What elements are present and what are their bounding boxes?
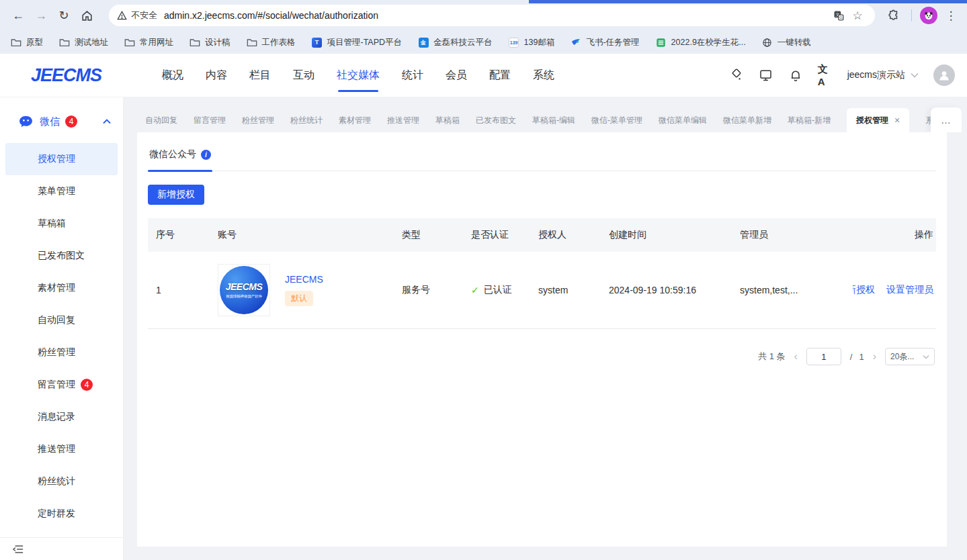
sidebar-item-published-articles[interactable]: 已发布图文 xyxy=(5,240,118,272)
cell-created: 2024-09-19 10:59:16 xyxy=(601,285,732,295)
more-tabs-button[interactable]: … xyxy=(931,107,962,132)
message-badge: 4 xyxy=(81,379,93,391)
cell-verified: ✓ 已认证 xyxy=(463,284,530,296)
close-icon[interactable]: × xyxy=(894,115,900,126)
bookmark-folder[interactable]: 常用网址 xyxy=(124,37,173,48)
sidebar-item-menu-management[interactable]: 菜单管理 xyxy=(5,175,118,207)
bookmark-link[interactable]: 飞书-任务管理 xyxy=(571,37,639,48)
bookmark-label: 测试地址 xyxy=(75,37,108,48)
notification-bell-icon[interactable] xyxy=(788,68,803,83)
nav-channel[interactable]: 栏目 xyxy=(249,64,271,87)
sidebar-item-scheduled-broadcast[interactable]: 定时群发 xyxy=(5,498,118,530)
tab-item[interactable]: 微信-菜单管理 xyxy=(591,108,642,132)
bookmark-link[interactable]: 139 139邮箱 xyxy=(509,37,555,48)
language-switch-icon[interactable]: 文A xyxy=(818,68,833,83)
reload-button[interactable]: ↻ xyxy=(52,4,75,27)
sidebar-item-message-records[interactable]: 消息记录 xyxy=(5,401,118,433)
jeecms-logo[interactable]: JEECMS xyxy=(31,65,101,86)
sidebar-item-fans-statistics[interactable]: 粉丝统计 xyxy=(5,465,118,498)
account-logo-image: JEECMS 用国球精神做国产软件 xyxy=(218,264,270,316)
extensions-puzzle-icon[interactable] xyxy=(884,6,903,25)
user-avatar[interactable] xyxy=(933,64,955,86)
bookmark-folder[interactable]: 测试地址 xyxy=(59,37,108,48)
translate-page-icon[interactable]: 文G xyxy=(829,6,848,25)
bookmark-link[interactable]: 2022.9在校学生花... xyxy=(656,37,746,48)
forward-button[interactable]: → xyxy=(30,4,52,27)
check-icon: ✓ xyxy=(471,285,479,295)
clean-cache-icon[interactable] xyxy=(729,68,744,83)
tab-item[interactable]: 自动回复 xyxy=(145,108,177,132)
page-input[interactable] xyxy=(806,348,841,365)
site-security-chip[interactable]: 不安全 xyxy=(117,9,164,21)
bookmark-folder[interactable]: 工作表格 xyxy=(247,37,296,48)
section-tab-label: 微信公众号 xyxy=(149,148,196,160)
bookmark-star-icon[interactable]: ☆ xyxy=(848,6,867,25)
home-button[interactable] xyxy=(75,4,98,27)
browser-toolbar: ← → ↻ 不安全 admin.x2.jeecms.com/#/social/w… xyxy=(0,0,967,31)
folder-icon xyxy=(247,37,257,48)
prev-page-icon[interactable]: ‹ xyxy=(794,351,797,362)
sidebar-item-message-management[interactable]: 留言管理 4 xyxy=(5,369,118,401)
nav-members[interactable]: 会员 xyxy=(446,64,467,87)
url-text[interactable]: admin.x2.jeecms.com/#/social/wechat/auth… xyxy=(164,10,829,21)
next-page-icon[interactable]: › xyxy=(873,351,876,362)
site-switcher[interactable]: jeecms演示站 xyxy=(847,69,919,81)
wechat-icon xyxy=(19,115,33,128)
tab-item[interactable]: 素材管理 xyxy=(339,108,371,132)
tab-item[interactable]: 粉丝统计 xyxy=(290,108,323,132)
tab-item[interactable]: 草稿箱-新增 xyxy=(788,108,831,132)
monitor-icon[interactable] xyxy=(759,68,773,83)
tab-item[interactable]: 草稿箱-编辑 xyxy=(532,108,575,132)
account-name-link[interactable]: JEECMS xyxy=(285,274,323,285)
nav-overview[interactable]: 概况 xyxy=(162,64,183,87)
sidebar-group-wechat[interactable]: 微信 4 xyxy=(0,103,123,140)
sidebar-item-drafts[interactable]: 草稿箱 xyxy=(5,207,118,240)
tab-item[interactable]: 微信菜单新增 xyxy=(723,108,771,132)
chevron-down-icon xyxy=(911,73,919,78)
nav-settings[interactable]: 配置 xyxy=(489,64,511,87)
sidebar-item-auto-reply[interactable]: 自动回复 xyxy=(5,304,118,336)
sidebar-item-authorization[interactable]: 授权管理 xyxy=(5,143,118,175)
browser-profile-avatar[interactable] xyxy=(920,7,937,24)
tab-item[interactable]: 留言管理 xyxy=(194,108,226,132)
tab-item[interactable]: 微信菜单编辑 xyxy=(659,108,707,132)
total-pages: 1 xyxy=(859,352,864,362)
cell-admins: system,test,... xyxy=(732,285,853,295)
nav-system[interactable]: 系统 xyxy=(533,64,554,87)
tab-item[interactable]: 推送管理 xyxy=(387,108,419,132)
back-button[interactable]: ← xyxy=(7,4,30,27)
table-header-row: 序号 账号 类型 是否认证 授权人 创建时间 管理员 操作 xyxy=(148,218,936,252)
nav-interaction[interactable]: 互动 xyxy=(293,64,314,87)
app-header: JEECMS 概况 内容 栏目 互动 社交媒体 统计 会员 配置 系统 文A j… xyxy=(0,54,967,97)
bookmark-link[interactable]: 一键转载 xyxy=(762,37,811,48)
sidebar-item-material-management[interactable]: 素材管理 xyxy=(5,272,118,304)
set-admin-link[interactable]: 设置管理员 xyxy=(886,284,933,296)
tab-item[interactable]: 草稿箱 xyxy=(435,108,460,132)
nav-social-media[interactable]: 社交媒体 xyxy=(337,64,380,87)
nav-statistics[interactable]: 统计 xyxy=(402,64,423,87)
tapd-icon: T xyxy=(312,37,323,48)
browser-menu-kebab[interactable]: ⋮ xyxy=(943,9,959,23)
nav-content[interactable]: 内容 xyxy=(206,64,227,87)
bookmark-folder[interactable]: 设计稿 xyxy=(190,37,230,48)
sidebar-item-fans-management[interactable]: 粉丝管理 xyxy=(5,336,118,369)
collapse-sidebar-icon[interactable] xyxy=(12,544,24,555)
tab-item[interactable]: 已发布图文 xyxy=(476,108,516,132)
url-bar[interactable]: 不安全 admin.x2.jeecms.com/#/social/wechat/… xyxy=(109,5,875,26)
bookmark-link[interactable]: T 项目管理-TAPD平台 xyxy=(312,37,403,48)
sidebar-items: 授权管理 菜单管理 草稿箱 已发布图文 素材管理 自动回复 粉丝管理 留言管理 … xyxy=(0,140,123,537)
tab-wechat-official-account[interactable]: 微信公众号 i xyxy=(148,132,212,171)
content-area: 自动回复 留言管理 粉丝管理 粉丝统计 素材管理 推送管理 草稿箱 已发布图文 … xyxy=(124,97,967,560)
info-icon[interactable]: i xyxy=(201,150,211,160)
reauthorize-link[interactable]: 重新授权 xyxy=(853,284,875,296)
bookmark-label: 常用网址 xyxy=(140,37,173,48)
tab-item[interactable]: 粉丝管理 xyxy=(242,108,274,132)
page-size-select[interactable]: 20条... xyxy=(885,348,935,365)
add-authorization-button[interactable]: 新增授权 xyxy=(148,185,204,205)
bookmark-link[interactable]: 金 金磊科技云平台 xyxy=(418,37,493,48)
folder-icon xyxy=(190,37,200,48)
bookmark-folder[interactable]: 原型 xyxy=(11,37,43,48)
tab-authorization-active[interactable]: 授权管理 × xyxy=(847,108,909,132)
sidebar-item-push-management[interactable]: 推送管理 xyxy=(5,433,118,465)
cell-account: JEECMS 用国球精神做国产软件 JEECMS 默认 xyxy=(210,264,394,316)
